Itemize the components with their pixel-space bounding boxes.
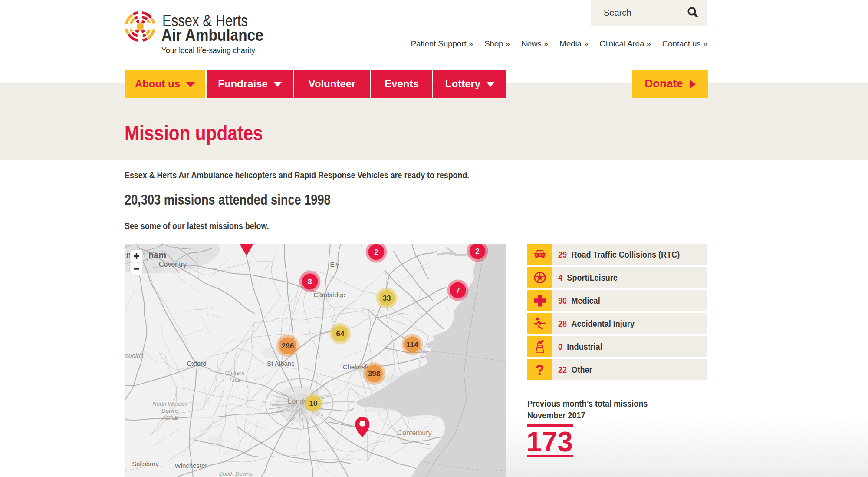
svg-text:Canterbury: Canterbury [397, 429, 431, 437]
svg-text:Downs: Downs [161, 407, 179, 414]
svg-text:7: 7 [456, 286, 460, 295]
svg-text:South Downs: South Downs [219, 470, 253, 477]
svg-text:Hills: Hills [230, 377, 240, 383]
svg-text:33: 33 [383, 294, 391, 302]
svg-text:ham: ham [148, 250, 166, 260]
svg-text:St Albans: St Albans [267, 360, 294, 367]
svg-text:2: 2 [475, 247, 479, 255]
svg-text:tswolds: tswolds [125, 352, 144, 359]
svg-text:398: 398 [368, 370, 380, 378]
svg-text:64: 64 [336, 330, 345, 338]
svg-text:296: 296 [282, 342, 294, 350]
svg-text:Chiltern: Chiltern [225, 370, 245, 376]
svg-text:8: 8 [308, 278, 312, 286]
svg-text:114: 114 [406, 341, 418, 349]
svg-text:Oxford: Oxford [187, 360, 206, 367]
svg-text:AONB: AONB [162, 414, 178, 421]
svg-text:2: 2 [374, 248, 378, 256]
svg-text:10: 10 [309, 399, 318, 407]
svg-text:Ely: Ely [330, 261, 339, 268]
svg-text:Winchester: Winchester [174, 462, 207, 469]
svg-text:Coventry: Coventry [159, 261, 187, 268]
svg-text:Cambridge: Cambridge [313, 291, 345, 298]
svg-text:Salisbury: Salisbury [132, 460, 159, 467]
svg-text:North Wessex: North Wessex [152, 401, 188, 407]
